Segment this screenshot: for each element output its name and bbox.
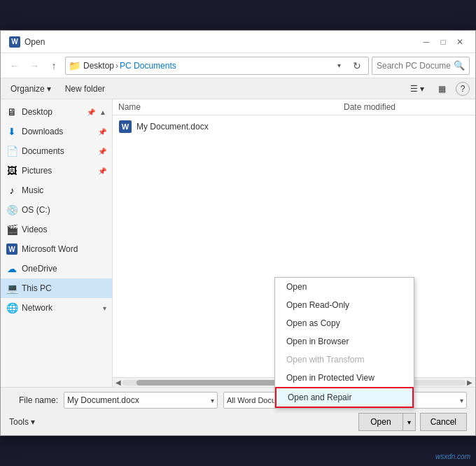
view-button[interactable]: ☰ ▾ (406, 83, 428, 95)
sidebar-label-music: Music (22, 185, 106, 195)
organize-arrow: ▾ (47, 84, 51, 94)
nav-bar: ← → ↑ 📁 Desktop › PC Documents ▾ ↻ 🔍 (1, 53, 475, 78)
address-bar[interactable]: 📁 Desktop › PC Documents ▾ ↻ (65, 57, 369, 75)
dialog-title: Open (24, 37, 45, 47)
open-label: Open (370, 417, 391, 427)
sidebar-label-pictures: Pictures (22, 166, 94, 176)
organize-button[interactable]: Organize ▾ (6, 83, 55, 95)
address-path: Desktop › PC Documents (83, 61, 176, 71)
tools-label: Tools (9, 417, 29, 427)
dropdown-item-open-and-repair[interactable]: Open and Repair (275, 387, 414, 408)
scroll-left-icon[interactable]: ◀ (114, 379, 122, 386)
col-date-header: Date modified (344, 102, 470, 112)
table-row[interactable]: W My Document.docx (113, 117, 475, 136)
sidebar-label-os: OS (C:) (22, 205, 106, 215)
path-current: PC Documents (120, 61, 176, 71)
help-icon: ? (461, 84, 465, 94)
sidebar-item-onedrive[interactable]: ☁ OneDrive (1, 259, 112, 278)
sidebar-item-network[interactable]: 🌐 Network ▾ (1, 298, 112, 318)
toolbar: Organize ▾ New folder ☰ ▾ ▦ ? (1, 78, 475, 99)
scrollbar-thumb (136, 380, 276, 386)
music-icon: ♪ (6, 185, 18, 196)
thispc-icon: 💻 (6, 283, 18, 294)
sidebar-label-onedrive: OneDrive (22, 264, 106, 274)
msword-icon: W (6, 243, 18, 255)
maximize-button[interactable]: □ (436, 35, 450, 49)
downloads-icon: ⬇ (6, 126, 18, 137)
layout-button[interactable]: ▦ (434, 83, 450, 95)
network-icon: 🌐 (6, 302, 18, 313)
pictures-icon: 🖼 (6, 165, 18, 176)
file-type-dropdown-icon: ▾ (460, 397, 463, 404)
cancel-button[interactable]: Cancel (420, 413, 467, 431)
back-button[interactable]: ← (6, 57, 23, 74)
file-name-value: My Document.docx (67, 395, 139, 405)
view-icon: ☰ (410, 84, 418, 94)
path-dropdown-button[interactable]: ▾ (330, 57, 347, 74)
word-title-icon: W (9, 36, 20, 48)
dropdown-item-open[interactable]: Open (275, 278, 414, 296)
title-bar: W Open ─ □ ✕ (1, 31, 475, 53)
sidebar-item-music[interactable]: ♪ Music (1, 181, 112, 200)
file-name-dropdown-icon: ▾ (211, 397, 214, 404)
dropdown-item-read-only[interactable]: Open Read-Only (275, 296, 414, 314)
sidebar-item-os[interactable]: 💿 OS (C:) (1, 200, 112, 220)
forward-icon: → (29, 60, 39, 71)
file-list-header: Name Date modified (113, 99, 475, 115)
sidebar-item-downloads[interactable]: ⬇ Downloads 📌 (1, 122, 112, 141)
close-button[interactable]: ✕ (453, 35, 467, 49)
new-folder-button[interactable]: New folder (61, 83, 109, 95)
sidebar-item-thispc[interactable]: 💻 This PC (1, 278, 112, 298)
sidebar-item-desktop[interactable]: 🖥 Desktop 📌 ▲ (1, 102, 112, 122)
sidebar-label-videos: Videos (22, 225, 106, 234)
documents-icon: 📄 (6, 146, 18, 157)
pin-icon-downloads: 📌 (98, 128, 106, 136)
watermark: wsxdn.com (435, 453, 470, 460)
videos-icon: 🎬 (6, 224, 18, 235)
collapse-arrow-desktop: ▲ (99, 108, 106, 116)
sidebar-label-thispc: This PC (22, 283, 106, 293)
sidebar-item-videos[interactable]: 🎬 Videos (1, 220, 112, 239)
dropdown-item-in-browser[interactable]: Open in Browser (275, 332, 414, 351)
view-dropdown-icon: ▾ (420, 84, 424, 94)
dropdown-item-as-copy[interactable]: Open as Copy (275, 314, 414, 332)
sidebar-item-msword[interactable]: W Microsoft Word (1, 239, 112, 259)
up-button[interactable]: ↑ (46, 57, 62, 74)
open-button-group: Open ▾ (358, 413, 415, 431)
file-word-icon: W (118, 120, 132, 134)
pin-icon-documents: 📌 (98, 148, 106, 155)
open-button[interactable]: Open (358, 413, 402, 431)
cancel-label: Cancel (430, 417, 456, 427)
pin-icon-pictures: 📌 (98, 167, 106, 175)
open-dropdown-button[interactable]: ▾ (402, 413, 416, 431)
minimize-button[interactable]: ─ (419, 35, 433, 49)
open-dropdown-menu: Open Open Read-Only Open as Copy Open in… (274, 277, 414, 409)
sidebar-label-network: Network (22, 303, 99, 313)
scroll-right-icon[interactable]: ▶ (465, 379, 474, 386)
col-name-header: Name (118, 102, 344, 112)
dropdown-item-protected-view[interactable]: Open in Protected View (275, 369, 414, 387)
new-folder-label: New folder (65, 84, 105, 94)
file-name-input[interactable]: My Document.docx ▾ (64, 392, 218, 409)
os-icon: 💿 (6, 204, 18, 216)
sidebar-item-pictures[interactable]: 🖼 Pictures 📌 (1, 161, 112, 181)
tools-button[interactable]: Tools ▾ (9, 417, 35, 427)
file-name-cell: My Document.docx (136, 122, 340, 132)
sidebar-item-documents[interactable]: 📄 Documents 📌 (1, 141, 112, 161)
tools-arrow-icon: ▾ (31, 417, 35, 427)
title-controls: ─ □ ✕ (419, 35, 467, 49)
bottom-section: File name: My Document.docx ▾ All Word D… (1, 387, 475, 435)
sidebar-label-desktop: Desktop (22, 107, 83, 117)
forward-button[interactable]: → (26, 57, 43, 74)
sidebar-label-msword: Microsoft Word (22, 244, 106, 254)
sidebar-label-documents: Documents (22, 146, 94, 156)
help-button[interactable]: ? (456, 82, 470, 96)
refresh-button[interactable]: ↻ (349, 57, 365, 74)
sidebar: 🖥 Desktop 📌 ▲ ⬇ Downloads 📌 📄 Documents … (1, 99, 113, 387)
up-icon: ↑ (52, 60, 57, 71)
path-root: Desktop (83, 61, 114, 71)
pin-icon-desktop: 📌 (87, 108, 95, 116)
search-bar[interactable]: 🔍 (372, 57, 470, 75)
search-input[interactable] (377, 61, 451, 71)
onedrive-icon: ☁ (6, 263, 18, 274)
